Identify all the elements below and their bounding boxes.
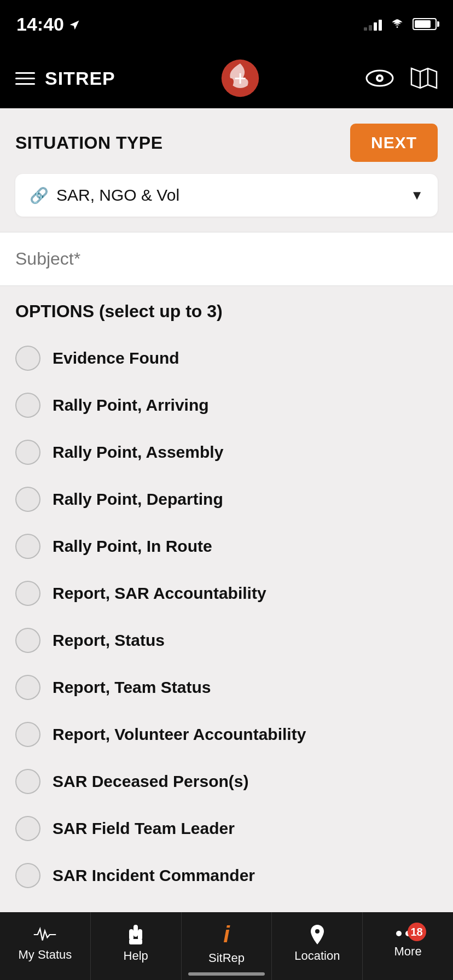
radio-button-4[interactable]: [15, 534, 40, 559]
radio-button-5[interactable]: [15, 581, 40, 606]
options-list: Evidence FoundRally Point, ArrivingRally…: [15, 335, 438, 899]
nav-label-more: More: [394, 944, 422, 959]
battery-icon: [413, 18, 437, 30]
nav-item-help[interactable]: Help: [91, 912, 182, 980]
wifi-icon: [390, 18, 405, 30]
nav-item-more[interactable]: 18 More: [363, 912, 453, 980]
hamburger-menu-icon[interactable]: [15, 72, 35, 85]
radio-button-3[interactable]: [15, 487, 40, 512]
option-item: Rally Point, Departing: [15, 476, 438, 523]
nav-item-location[interactable]: Location: [272, 912, 363, 980]
nav-label-sitrep: SitRep: [208, 951, 245, 965]
nav-item-sitrep[interactable]: i SitRep: [182, 912, 272, 980]
app-title: SITREP: [45, 68, 115, 89]
radio-button-7[interactable]: [15, 675, 40, 700]
option-item: SAR Field Team Leader: [15, 805, 438, 852]
svg-rect-12: [129, 939, 142, 944]
option-item: SAR Deceased Person(s): [15, 758, 438, 805]
situation-type-title: SITUATION TYPE: [15, 133, 163, 153]
svg-marker-6: [411, 68, 437, 88]
nav-actions: [365, 66, 438, 90]
location-arrow-icon: [69, 18, 82, 30]
nav-item-my-status[interactable]: My Status: [0, 912, 91, 980]
options-title: OPTIONS (select up to 3): [15, 301, 438, 322]
radio-button-6[interactable]: [15, 628, 40, 653]
option-label-11: SAR Incident Commander: [53, 866, 255, 885]
option-label-6: Report, Status: [53, 631, 165, 650]
svg-point-5: [378, 77, 381, 80]
option-label-8: Report, Volunteer Accountability: [53, 725, 306, 744]
radio-button-10[interactable]: [15, 816, 40, 841]
option-item: Report, Team Status: [15, 664, 438, 711]
nav-label-help: Help: [124, 949, 148, 963]
status-bar: 14:40: [0, 0, 453, 48]
radio-button-8[interactable]: [15, 722, 40, 747]
option-label-3: Rally Point, Departing: [53, 490, 223, 509]
option-label-10: SAR Field Team Leader: [53, 819, 235, 838]
bottom-nav: My Status Help i SitRep Location 18: [0, 912, 453, 980]
pulse-icon: [33, 925, 57, 944]
signal-icon: [364, 18, 382, 31]
option-item: SAR Incident Commander: [15, 852, 438, 899]
svg-rect-10: [129, 929, 133, 940]
radio-button-0[interactable]: [15, 346, 40, 371]
svg-point-14: [396, 931, 402, 936]
logo: +: [220, 59, 260, 98]
option-item: Rally Point, In Route: [15, 523, 438, 570]
eye-icon[interactable]: [365, 68, 394, 88]
svg-point-0: [397, 26, 398, 28]
svg-rect-9: [133, 925, 138, 937]
nav-bar: SITREP +: [0, 48, 453, 108]
option-item: Rally Point, Arriving: [15, 382, 438, 429]
dropdown-selected-value: SAR, NGO & Vol: [56, 186, 179, 205]
location-pin-icon: [308, 924, 327, 946]
option-label-0: Evidence Found: [53, 349, 179, 368]
option-item: Report, SAR Accountability: [15, 570, 438, 617]
option-label-5: Report, SAR Accountability: [53, 584, 266, 603]
nav-label-my-status: My Status: [18, 948, 72, 962]
option-label-7: Report, Team Status: [53, 678, 211, 697]
nav-label-location: Location: [294, 949, 340, 963]
more-badge: 18: [408, 923, 426, 941]
option-item: Report, Volunteer Accountability: [15, 711, 438, 758]
radio-button-9[interactable]: [15, 769, 40, 794]
subject-section: [0, 232, 453, 286]
options-section: OPTIONS (select up to 3) Evidence FoundR…: [0, 286, 453, 899]
link-icon: 🔗: [30, 186, 49, 205]
status-icons: [364, 18, 437, 31]
option-label-2: Rally Point, Assembly: [53, 443, 223, 462]
hand-icon: [126, 924, 146, 946]
situation-type-section: SITUATION TYPE NEXT 🔗 SAR, NGO & Vol ▼: [0, 108, 453, 232]
option-item: Report, Status: [15, 617, 438, 664]
info-icon: i: [223, 921, 230, 948]
chevron-down-icon: ▼: [410, 188, 423, 203]
situation-type-dropdown[interactable]: 🔗 SAR, NGO & Vol ▼: [15, 174, 438, 217]
home-indicator: [188, 972, 265, 976]
option-item: Rally Point, Assembly: [15, 429, 438, 476]
next-button[interactable]: NEXT: [350, 124, 438, 162]
svg-point-13: [315, 929, 320, 934]
subject-input[interactable]: [15, 232, 438, 285]
option-label-4: Rally Point, In Route: [53, 537, 212, 556]
sitrep-logo-icon: +: [220, 59, 260, 98]
radio-button-2[interactable]: [15, 440, 40, 465]
map-icon[interactable]: [410, 66, 438, 90]
situation-header: SITUATION TYPE NEXT: [15, 124, 438, 162]
radio-button-11[interactable]: [15, 863, 40, 888]
more-icon-wrap: 18: [396, 928, 421, 941]
option-item: Evidence Found: [15, 335, 438, 382]
status-time: 14:40: [16, 14, 82, 35]
svg-rect-11: [138, 929, 142, 940]
radio-button-1[interactable]: [15, 393, 40, 418]
option-label-9: SAR Deceased Person(s): [53, 772, 248, 791]
option-label-1: Rally Point, Arriving: [53, 396, 209, 415]
